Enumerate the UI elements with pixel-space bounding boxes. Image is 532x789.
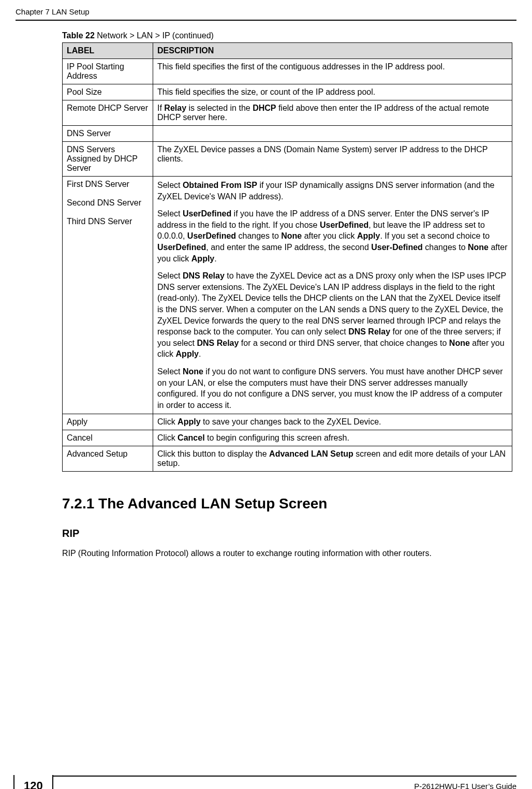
table-row: First DNS ServerSecond DNS ServerThird D… [63, 177, 512, 414]
col-description: DESCRIPTION [153, 43, 512, 59]
table-row: DNS Server [63, 126, 512, 142]
cell-label: Remote DHCP Server [63, 100, 153, 126]
page-header: Chapter 7 LAN Setup [16, 7, 516, 21]
cell-desc: This field specifies the first of the co… [153, 59, 512, 84]
page-footer: 120 P-2612HWU-F1 User’s Guide [16, 776, 516, 777]
table-row: Pool Size This field specifies the size,… [63, 84, 512, 100]
table-row: Apply Click Apply to save your changes b… [63, 414, 512, 430]
cell-label: Pool Size [63, 84, 153, 100]
section-subheading: RIP [62, 528, 512, 539]
cell-desc: The ZyXEL Device passes a DNS (Domain Na… [153, 142, 512, 177]
table-row: Remote DHCP Server If Relay is selected … [63, 100, 512, 126]
desc-para: Select Obtained From ISP if your ISP dyn… [157, 180, 508, 202]
table-title: Network > LAN > IP (continued) [95, 31, 214, 40]
table-row: Advanced Setup Click this button to disp… [63, 446, 512, 472]
cell-label: IP Pool Starting Address [63, 59, 153, 84]
table-row: IP Pool Starting Address This field spec… [63, 59, 512, 84]
table-caption: Table 22 Network > LAN > IP (continued) [62, 31, 512, 40]
page-content: Table 22 Network > LAN > IP (continued) … [62, 31, 512, 560]
section-heading: 7.2.1 The Advanced LAN Setup Screen [62, 495, 512, 512]
cell-label: DNS Servers Assigned by DHCP Server [63, 142, 153, 177]
cell-desc: Click this button to display the Advance… [153, 446, 512, 472]
guide-label: P-2612HWU-F1 User’s Guide [414, 782, 516, 789]
table-number: Table 22 [62, 31, 95, 40]
cell-label: DNS Server [63, 126, 153, 142]
desc-para: Select None if you do not want to config… [157, 366, 508, 411]
cell-label: Advanced Setup [63, 446, 153, 472]
cell-label: First DNS ServerSecond DNS ServerThird D… [63, 177, 153, 414]
cell-desc: This field specifies the size, or count … [153, 84, 512, 100]
table-row: DNS Servers Assigned by DHCP Server The … [63, 142, 512, 177]
cell-label: Cancel [63, 430, 153, 446]
cell-desc: If Relay is selected in the DHCP field a… [153, 100, 512, 126]
cell-desc: Click Apply to save your changes back to… [153, 414, 512, 430]
page: Chapter 7 LAN Setup Table 22 Network > L… [0, 0, 532, 789]
cell-label: Apply [63, 414, 153, 430]
body-paragraph: RIP (Routing Information Protocol) allow… [62, 548, 512, 559]
page-number: 120 [13, 775, 53, 789]
desc-para: Select UserDefined if you have the IP ad… [157, 208, 508, 264]
desc-para: Select DNS Relay to have the ZyXEL Devic… [157, 270, 508, 360]
cell-desc [153, 126, 512, 142]
table-header-row: LABEL DESCRIPTION [63, 43, 512, 59]
cell-desc: Select Obtained From ISP if your ISP dyn… [153, 177, 512, 414]
col-label: LABEL [63, 43, 153, 59]
settings-table: LABEL DESCRIPTION IP Pool Starting Addre… [62, 42, 512, 472]
chapter-label: Chapter 7 LAN Setup [16, 7, 90, 16]
table-row: Cancel Click Cancel to begin configuring… [63, 430, 512, 446]
cell-desc: Click Cancel to begin configuring this s… [153, 430, 512, 446]
